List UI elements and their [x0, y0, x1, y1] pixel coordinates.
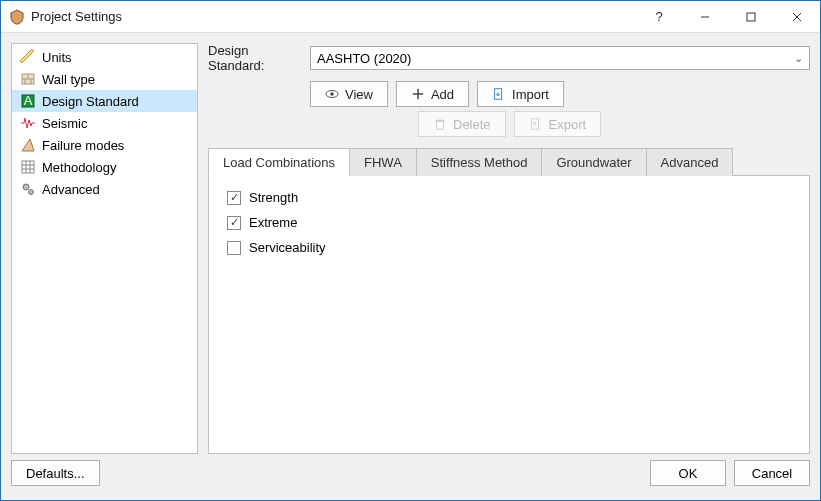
tabbar: Load Combinations FHWA Stiffness Method … [208, 147, 810, 175]
sidebar-item-label: Design Standard [42, 94, 139, 109]
titlebar: Project Settings ? [1, 1, 820, 33]
design-standard-value: AASHTO (2020) [317, 51, 411, 66]
import-icon [492, 87, 506, 101]
close-button[interactable] [774, 1, 820, 33]
sidebar-item-label: Seismic [42, 116, 88, 131]
sidebar: Units Wall type A Design Standard Seismi… [11, 43, 198, 454]
trash-icon [433, 117, 447, 131]
sidebar-item-seismic[interactable]: Seismic [12, 112, 197, 134]
checkbox-serviceability[interactable] [227, 241, 241, 255]
ruler-icon [20, 49, 36, 65]
svg-marker-12 [22, 139, 34, 151]
checkbox-serviceability-label: Serviceability [249, 240, 326, 255]
sidebar-item-design-standard[interactable]: A Design Standard [12, 90, 197, 112]
svg-text:A: A [24, 93, 33, 108]
minimize-button[interactable] [682, 1, 728, 33]
help-button[interactable]: ? [636, 1, 682, 33]
svg-point-18 [23, 184, 29, 190]
window-title: Project Settings [31, 9, 122, 24]
delete-button: Delete [418, 111, 506, 137]
defaults-button[interactable]: Defaults... [11, 460, 100, 486]
svg-point-21 [330, 92, 334, 96]
checkbox-extreme[interactable]: ✓ [227, 216, 241, 230]
footer: Defaults... OK Cancel [1, 454, 820, 500]
main-panel: Design Standard: AASHTO (2020) ⌄ View [208, 43, 810, 454]
chevron-down-icon: ⌄ [794, 52, 803, 65]
standard-icon: A [20, 93, 36, 109]
checkbox-strength-label: Strength [249, 190, 298, 205]
export-icon [529, 117, 543, 131]
maximize-button[interactable] [728, 1, 774, 33]
sidebar-item-label: Wall type [42, 72, 95, 87]
app-icon [9, 9, 25, 25]
seismic-icon [20, 115, 36, 131]
sidebar-item-label: Advanced [42, 182, 100, 197]
gear-icon [20, 181, 36, 197]
sidebar-item-label: Units [42, 50, 72, 65]
svg-rect-13 [22, 161, 34, 173]
checkbox-strength[interactable]: ✓ [227, 191, 241, 205]
import-button[interactable]: Import [477, 81, 564, 107]
tab-load-combinations[interactable]: Load Combinations [208, 148, 350, 176]
tab-advanced[interactable]: Advanced [646, 148, 734, 176]
view-button[interactable]: View [310, 81, 388, 107]
add-button[interactable]: Add [396, 81, 469, 107]
tab-fhwa[interactable]: FHWA [349, 148, 417, 176]
tab-stiffness-method[interactable]: Stiffness Method [416, 148, 543, 176]
grid-icon [20, 159, 36, 175]
wall-icon [20, 71, 36, 87]
svg-rect-1 [747, 13, 755, 21]
failure-icon [20, 137, 36, 153]
sidebar-item-wall-type[interactable]: Wall type [12, 68, 197, 90]
sidebar-item-label: Methodology [42, 160, 116, 175]
tabpanel-load-combinations: ✓ Strength ✓ Extreme Serviceability [208, 175, 810, 454]
design-standard-label: Design Standard: [208, 43, 304, 73]
svg-point-19 [29, 190, 34, 195]
sidebar-item-advanced[interactable]: Advanced [12, 178, 197, 200]
eye-icon [325, 87, 339, 101]
sidebar-item-methodology[interactable]: Methodology [12, 156, 197, 178]
design-standard-select[interactable]: AASHTO (2020) ⌄ [310, 46, 810, 70]
sidebar-item-failure-modes[interactable]: Failure modes [12, 134, 197, 156]
ok-button[interactable]: OK [650, 460, 726, 486]
svg-marker-4 [20, 49, 34, 63]
tab-groundwater[interactable]: Groundwater [541, 148, 646, 176]
cancel-button[interactable]: Cancel [734, 460, 810, 486]
checkbox-extreme-label: Extreme [249, 215, 297, 230]
dialog-project-settings: Project Settings ? Units Wall typ [0, 0, 821, 501]
plus-icon [411, 87, 425, 101]
sidebar-item-label: Failure modes [42, 138, 124, 153]
export-button: Export [514, 111, 602, 137]
sidebar-item-units[interactable]: Units [12, 46, 197, 68]
svg-rect-25 [437, 121, 444, 129]
